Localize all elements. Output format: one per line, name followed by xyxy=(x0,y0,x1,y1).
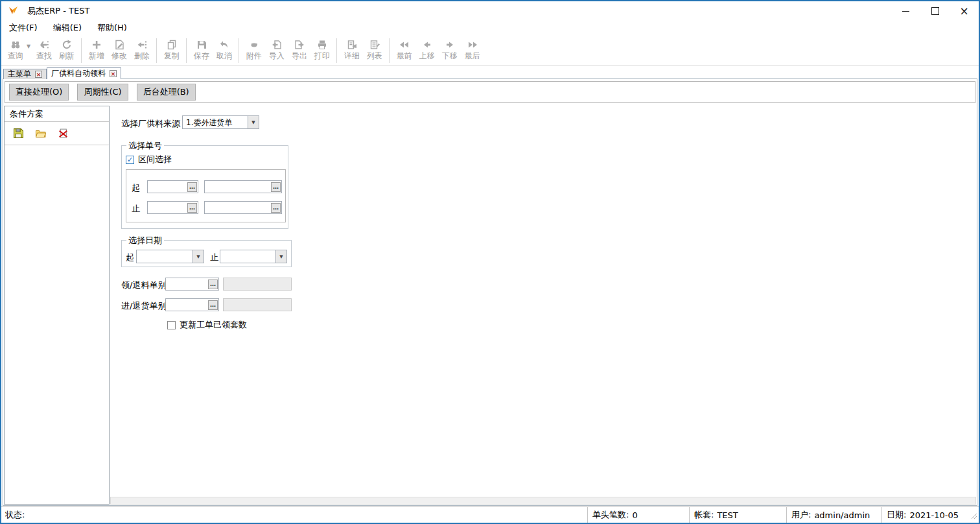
content-frame: 直接处理(O) 周期性(C) 后台处理(B) 条件方案 选择厂供料来源 xyxy=(3,78,977,506)
toolbar-find-label: 查找 xyxy=(36,51,52,62)
horizontal-scrollbar[interactable] xyxy=(110,497,976,505)
source-select[interactable]: 1.委外进货单 ▼ xyxy=(182,115,259,129)
chevron-down-icon[interactable]: ▼ xyxy=(275,250,286,263)
menu-help[interactable]: 帮助(H) xyxy=(97,22,127,34)
toolbar-query-label: 查询 xyxy=(8,51,23,62)
toolbar-cancel-label: 取消 xyxy=(216,51,232,62)
undo-icon xyxy=(219,39,229,50)
tab-main-menu[interactable]: 主菜单 × xyxy=(3,69,47,79)
toolbar-detail-button[interactable]: 详细 xyxy=(340,39,363,62)
date-to-select[interactable]: ▼ xyxy=(220,250,287,263)
toolbar-cancel-button[interactable]: 取消 xyxy=(213,39,235,62)
menu-file[interactable]: 文件(F) xyxy=(9,22,38,34)
status-section: 状态: xyxy=(1,509,587,521)
window-controls: × xyxy=(891,1,979,21)
browse-ellipsis-button[interactable]: … xyxy=(271,203,281,213)
save-scheme-icon[interactable] xyxy=(13,128,24,139)
edit-icon xyxy=(114,39,124,50)
form-area: 选择厂供料来源 1.委外进货单 ▼ 选择单号 ✓ 区间选择 起 … xyxy=(110,106,976,496)
toolbar-first-button[interactable]: 最前 xyxy=(393,39,415,62)
close-button[interactable]: × xyxy=(950,1,979,21)
toolbar-find-button[interactable]: 查找 xyxy=(32,39,55,62)
toolbar-save-button[interactable]: 保存 xyxy=(190,39,213,62)
toolbar-move-up-label: 上移 xyxy=(419,51,435,62)
query-dropdown-caret-icon[interactable]: ▼ xyxy=(27,43,30,49)
order-to-label: 止 xyxy=(132,203,140,215)
background-process-button[interactable]: 后台处理(B) xyxy=(137,84,196,101)
order-to-field-1[interactable]: … xyxy=(147,201,198,214)
periodic-button[interactable]: 周期性(C) xyxy=(77,84,128,101)
tab-close-icon[interactable]: × xyxy=(110,70,117,77)
move-up-arrow-icon xyxy=(422,39,432,50)
delete-scheme-icon[interactable] xyxy=(58,128,69,139)
toolbar-separator xyxy=(389,38,390,63)
receipt-type-field[interactable]: … xyxy=(165,298,219,311)
process-button-row: 直接处理(O) 周期性(C) 后台处理(B) xyxy=(5,81,975,103)
order-no-group-title: 选择单号 xyxy=(126,140,164,152)
chevron-down-icon[interactable]: ▼ xyxy=(248,116,259,128)
resize-grip-icon[interactable] xyxy=(970,512,977,521)
browse-ellipsis-button[interactable]: … xyxy=(187,182,197,192)
toolbar-attachment-button[interactable]: 附件 xyxy=(242,39,265,62)
tab-factory-material-auto-issue[interactable]: 厂供料自动领料 × xyxy=(47,67,121,79)
toolbar-refresh-button[interactable]: 刷新 xyxy=(55,39,78,62)
date-to-value xyxy=(220,250,275,263)
direct-process-button[interactable]: 直接处理(O) xyxy=(9,84,69,101)
tab-bar: 主菜单 × 厂供料自动领料 × xyxy=(3,68,121,79)
user-label: 用户: xyxy=(791,509,811,521)
toolbar-move-up-button[interactable]: 上移 xyxy=(415,39,438,62)
toolbar-separator xyxy=(81,38,82,63)
receipt-type-name-field xyxy=(223,298,292,311)
save-icon xyxy=(196,39,207,50)
detail-icon xyxy=(347,39,357,50)
chevron-down-icon[interactable]: ▼ xyxy=(192,250,204,263)
app-window: 易杰ERP - TEST × 文件(F) 编辑(E) 帮助(H) 查询 ▼ 查找 xyxy=(0,0,980,524)
menu-edit[interactable]: 编辑(E) xyxy=(53,22,82,34)
toolbar-copy-label: 复制 xyxy=(164,51,180,62)
toolbar-copy-button[interactable]: 复制 xyxy=(160,39,183,62)
toolbar-list-button[interactable]: 列表 xyxy=(363,39,386,62)
toolbar-import-button[interactable]: 导入 xyxy=(265,39,288,62)
toolbar-export-label: 导出 xyxy=(292,51,307,62)
first-arrow-icon xyxy=(399,39,410,50)
search-icon xyxy=(10,39,21,50)
order-from-field-1[interactable]: … xyxy=(147,180,198,193)
browse-ellipsis-button[interactable]: … xyxy=(208,300,218,310)
toolbar-edit-button[interactable]: 修改 xyxy=(108,39,130,62)
open-scheme-folder-icon[interactable] xyxy=(35,128,47,139)
toolbar-delete-button[interactable]: 删除 xyxy=(130,39,153,62)
tab-main-menu-label: 主菜单 xyxy=(8,69,31,80)
toolbar-print-button[interactable]: 打印 xyxy=(310,39,333,62)
browse-ellipsis-button[interactable]: … xyxy=(271,182,281,192)
update-workorder-checkbox[interactable]: 更新工单已领套数 xyxy=(167,319,247,331)
toolbar-add-button[interactable]: 新增 xyxy=(85,39,108,62)
order-from-field-2[interactable]: … xyxy=(204,180,282,193)
browse-ellipsis-button[interactable]: … xyxy=(208,280,218,289)
maximize-button[interactable] xyxy=(920,1,950,21)
issue-type-field[interactable]: … xyxy=(165,278,219,291)
toolbar-print-label: 打印 xyxy=(314,51,330,62)
toolbar-add-label: 新增 xyxy=(89,51,104,62)
checkbox-checked-icon: ✓ xyxy=(126,156,134,164)
issue-type-label: 领/退料单别 xyxy=(121,280,166,291)
toolbar-last-button[interactable]: 最后 xyxy=(461,39,484,62)
toolbar-export-button[interactable]: 导出 xyxy=(288,39,310,62)
date-from-select[interactable]: ▼ xyxy=(136,250,204,263)
tab-close-icon[interactable]: × xyxy=(35,71,42,78)
app-logo-icon xyxy=(7,5,19,17)
toolbar-edit-label: 修改 xyxy=(111,51,127,62)
last-arrow-icon xyxy=(467,39,478,50)
range-select-checkbox[interactable]: ✓ 区间选择 xyxy=(126,154,172,165)
browse-ellipsis-button[interactable]: … xyxy=(187,203,197,213)
toolbar-separator xyxy=(186,38,187,63)
toolbar-move-down-button[interactable]: 下移 xyxy=(438,39,461,62)
close-icon: × xyxy=(959,6,968,17)
toolbar-query-button[interactable]: 查询 xyxy=(4,39,27,62)
date-label: 日期: xyxy=(887,509,906,521)
toolbar: 查询 ▼ 查找 刷新 新增 修改 xyxy=(1,35,979,66)
toolbar-delete-label: 删除 xyxy=(134,51,150,62)
order-no-groupbox: 选择单号 ✓ 区间选择 起 … … 止 … xyxy=(121,145,288,229)
order-to-field-2[interactable]: … xyxy=(204,201,282,214)
order-from-label: 起 xyxy=(132,182,140,194)
minimize-button[interactable] xyxy=(891,1,920,21)
